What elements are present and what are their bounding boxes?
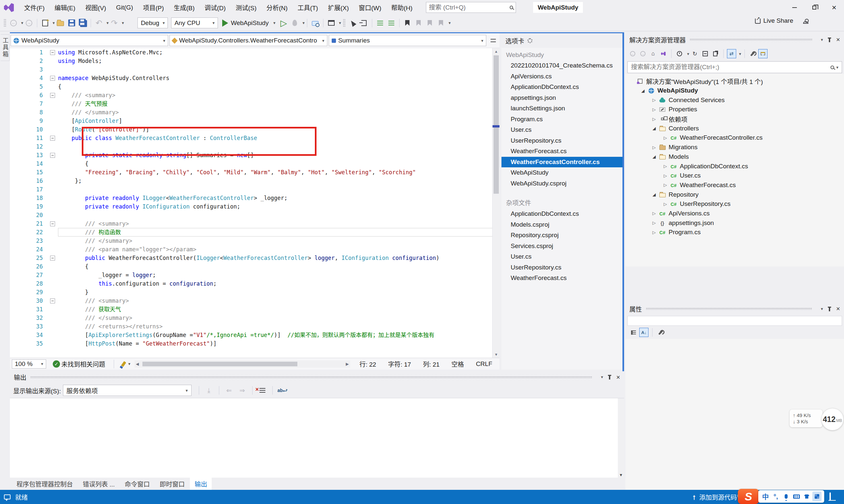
tree-row[interactable]: ▷Program.cs [625,228,844,237]
next-message-button[interactable]: ⇒ [237,385,247,395]
collapsed-arrow-icon[interactable]: ▷ [650,107,658,112]
window-position-dropdown[interactable]: ▾ [821,306,823,311]
fold-margin[interactable] [47,48,58,57]
fold-margin[interactable] [47,296,58,305]
code-line[interactable]: 25 public WeatherForecastController(ILog… [10,254,499,262]
code-line[interactable]: 23 /// </summary> [10,236,499,245]
fold-margin[interactable] [47,236,58,245]
properties-button[interactable] [748,49,757,58]
scroll-right-icon[interactable]: ▶ [344,362,350,366]
fold-margin[interactable] [47,288,58,296]
pin-icon[interactable] [829,38,830,42]
line-number[interactable]: 20 [10,211,47,219]
new-project-button[interactable] [40,18,50,28]
restore-button[interactable] [805,0,824,15]
pending-changes-filter-button[interactable] [675,49,684,58]
increase-indent-button[interactable] [386,18,396,28]
code-cleanup-icon[interactable] [121,361,126,367]
code-line[interactable]: 10 [Route("[controller]")] [10,125,499,134]
line-number[interactable]: 33 [10,322,47,331]
line-number[interactable]: 17 [10,185,47,194]
clear-all-button[interactable] [258,385,268,395]
collapsed-arrow-icon[interactable]: ▷ [650,116,658,122]
fold-margin[interactable] [47,271,58,280]
menu-item[interactable]: 编辑(E) [49,0,80,15]
line-number[interactable]: 9 [10,116,47,125]
menu-item[interactable]: 文件(F) [19,0,49,15]
toolbar-grip[interactable] [4,19,6,28]
code-line[interactable]: 5{ [10,82,499,91]
line-number[interactable]: 31 [10,305,47,313]
document-tab[interactable]: Repository.csproj [501,230,622,241]
scrollbar-thumb[interactable] [494,55,499,194]
collapsed-arrow-icon[interactable]: ▷ [661,136,670,140]
code-line[interactable]: 16 }; [10,177,499,185]
collapse-icon[interactable] [50,93,55,98]
fold-margin[interactable] [47,339,58,348]
sync-dropdown[interactable]: ▾ [739,51,741,56]
decrease-indent-button[interactable] [375,18,385,28]
line-number[interactable]: 15 [10,168,47,177]
quick-search-box[interactable] [426,2,516,13]
previous-bookmark-button[interactable] [414,18,424,28]
line-number[interactable]: 11 [10,134,47,142]
zoom-level-dropdown[interactable]: 100 %▾ [12,359,46,368]
quick-search-input[interactable] [429,4,510,11]
collapsed-arrow-icon[interactable]: ▷ [650,211,658,216]
redo-dropdown[interactable]: ▾ [122,20,124,25]
fold-margin[interactable] [47,262,58,271]
line-number[interactable]: 2 [10,57,47,65]
line-number[interactable]: 13 [10,151,47,159]
code-line[interactable]: 12 [10,142,499,151]
tool-window-tab[interactable]: 输出 [190,478,212,491]
line-number[interactable]: 4 [10,74,47,82]
tree-row[interactable]: ▷Connected Services [625,95,844,105]
window-position-dropdown[interactable]: ▾ [601,375,603,379]
solution-explorer-window-button[interactable] [326,18,336,28]
menu-item[interactable]: 窗口(W) [354,0,386,15]
tree-row[interactable]: ▷ApplicationDbContext.cs [625,161,844,171]
find-in-files-button[interactable] [310,18,320,28]
line-number[interactable]: 25 [10,254,47,262]
previous-message-button[interactable]: ⇐ [224,385,234,395]
ime-menu-grid-icon[interactable] [812,491,822,501]
tool-window-tab[interactable]: 命令窗口 [120,478,154,490]
collapsed-arrow-icon[interactable]: ▷ [650,97,658,103]
code-line[interactable]: 22 /// 构造函数 [10,228,499,236]
keyboard-icon[interactable] [792,491,801,501]
toggle-word-wrap-button[interactable]: ab⮐ [278,385,288,395]
live-share-button[interactable]: Live Share [755,17,808,24]
menu-item[interactable]: 项目(P) [138,0,169,15]
fold-margin[interactable] [47,57,58,65]
collapse-icon[interactable] [50,256,55,260]
code-line[interactable]: 4namespace WebApiStudy.Controllers [10,74,499,82]
property-pages-button[interactable] [656,328,665,337]
code-line[interactable]: 3 [10,65,499,74]
fold-margin[interactable] [47,168,58,177]
code-line[interactable]: 13 private static readonly string[] Summ… [10,151,499,159]
fold-margin[interactable] [47,228,58,236]
line-number[interactable]: 24 [10,245,47,254]
code-line[interactable]: 26 { [10,262,499,271]
toolbar-grip[interactable] [343,19,345,28]
ime-language-mode[interactable]: 中 [761,491,770,501]
code-line[interactable]: 6 /// <summary> [10,91,499,100]
code-line[interactable]: 9 [ApiController] [10,116,499,125]
code-line[interactable]: 31 /// 获取天气 [10,305,499,313]
user-account-icon[interactable] [803,21,808,24]
create-log-button[interactable]: ⤓ [204,385,214,395]
collapsed-arrow-icon[interactable]: ▷ [661,202,670,206]
line-number[interactable]: 28 [10,280,47,288]
line-number[interactable]: 6 [10,91,47,100]
tree-row[interactable]: ◢Repository [625,190,844,199]
toolbox-tab[interactable]: 工具箱 [1,34,10,61]
fold-margin[interactable] [47,331,58,339]
solution-platform-dropdown[interactable]: Any CPU▾ [171,17,218,28]
collapsed-arrow-icon[interactable]: ▷ [650,230,658,235]
document-tab[interactable]: User.cs [501,251,622,262]
solution-search-input[interactable] [631,64,830,71]
caret-line-indicator[interactable]: 行: 22 [354,359,381,368]
new-project-dropdown[interactable]: ▾ [53,20,55,25]
show-next-statement-button[interactable] [348,18,358,28]
fold-margin[interactable] [47,151,58,159]
